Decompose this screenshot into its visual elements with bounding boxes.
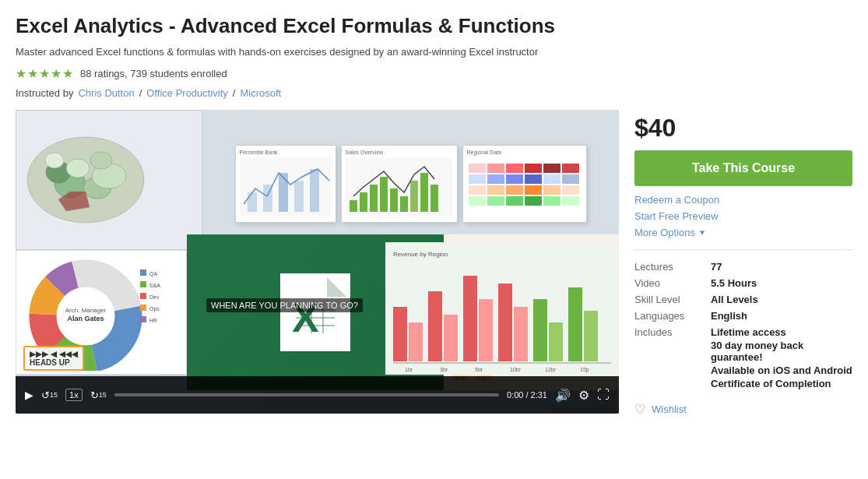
course-info-table: Lectures 77 Video 5.5 Hours Skill Level … — [634, 261, 852, 389]
svg-rect-33 — [469, 174, 486, 184]
svg-point-8 — [90, 152, 112, 169]
svg-rect-13 — [279, 173, 288, 212]
wishlist-button[interactable]: ♡ Wishlist — [634, 402, 852, 417]
svg-rect-43 — [543, 185, 561, 195]
svg-rect-134 — [444, 315, 458, 361]
star-rating: ★★★★★ — [16, 66, 74, 81]
svg-text:S&A: S&A — [149, 283, 160, 288]
map-section — [16, 110, 202, 250]
svg-rect-23 — [410, 181, 418, 212]
skill-value: All Levels — [711, 294, 758, 305]
video-panel: Percentile Bank — [16, 110, 619, 414]
svg-rect-142 — [584, 311, 598, 361]
price-display: $40 — [634, 114, 852, 143]
svg-rect-12 — [263, 185, 272, 212]
start-free-preview-link[interactable]: Start Free Preview — [634, 210, 852, 222]
fullscreen-icon[interactable]: ⛶ — [597, 388, 610, 402]
forward-button[interactable]: ↻15 — [90, 389, 107, 401]
svg-text:HR: HR — [149, 318, 157, 323]
svg-rect-18 — [360, 192, 367, 212]
svg-point-6 — [66, 159, 90, 178]
svg-text:Arch. Manager: Arch. Manager — [65, 307, 107, 314]
svg-rect-28 — [487, 164, 504, 173]
svg-rect-69 — [140, 269, 146, 276]
svg-rect-47 — [506, 196, 523, 206]
svg-rect-50 — [562, 196, 579, 206]
svg-rect-21 — [390, 188, 398, 212]
info-row-skill: Skill Level All Levels — [634, 294, 852, 305]
speed-control[interactable]: 1x — [65, 389, 83, 401]
svg-rect-136 — [479, 299, 493, 361]
include-item-2: 30 day money back guarantee! — [711, 340, 852, 363]
svg-rect-39 — [469, 185, 486, 195]
more-options-link[interactable]: More Options — [634, 227, 695, 238]
ratings-count: 88 ratings, 739 students enrolled — [80, 68, 227, 79]
svg-rect-15 — [310, 169, 319, 212]
svg-rect-48 — [525, 196, 542, 206]
play-button[interactable]: ▶ — [25, 389, 33, 401]
breadcrumb-sub-link[interactable]: Microsoft — [240, 87, 281, 99]
svg-text:QA: QA — [149, 271, 157, 277]
svg-text:1br: 1br — [405, 367, 413, 372]
svg-text:5br: 5br — [475, 367, 483, 372]
lectures-value: 77 — [711, 261, 722, 273]
svg-rect-37 — [543, 174, 561, 184]
svg-rect-20 — [380, 177, 388, 212]
page-title: Excel Analytics - Advanced Excel Formula… — [16, 14, 852, 38]
svg-point-1 — [27, 137, 144, 223]
skill-label: Skill Level — [634, 294, 705, 305]
breadcrumb-separator: / — [139, 87, 142, 99]
settings-icon[interactable]: ⚙ — [578, 388, 589, 403]
svg-rect-133 — [428, 291, 442, 361]
svg-rect-46 — [487, 196, 504, 206]
svg-rect-49 — [543, 196, 561, 206]
svg-rect-73 — [140, 293, 146, 299]
info-row-languages: Languages English — [634, 310, 852, 322]
svg-rect-40 — [487, 185, 504, 195]
languages-value: English — [711, 310, 747, 322]
svg-rect-30 — [525, 164, 542, 173]
svg-text:3br: 3br — [440, 367, 448, 372]
video-value: 5.5 Hours — [711, 277, 757, 289]
divider — [634, 249, 852, 250]
heart-icon: ♡ — [634, 402, 645, 417]
video-controls-bar: ▶ ↺15 1x ↻15 0:00 / 2:31 🔊 ⚙ ⛶ — [16, 376, 619, 414]
lectures-label: Lectures — [634, 261, 705, 273]
svg-rect-75 — [140, 305, 146, 311]
includes-list: Lifetime access 30 day money back guaran… — [711, 326, 852, 389]
svg-rect-25 — [430, 185, 438, 212]
svg-rect-17 — [350, 200, 357, 212]
rewind-button[interactable]: ↺15 — [41, 389, 58, 401]
svg-rect-34 — [487, 174, 504, 184]
svg-text:Dev: Dev — [149, 294, 160, 300]
svg-point-7 — [45, 153, 64, 168]
svg-text:Ops: Ops — [149, 306, 160, 312]
svg-rect-140 — [549, 322, 563, 361]
svg-text:Alan Gates: Alan Gates — [67, 315, 104, 322]
svg-rect-36 — [525, 174, 542, 184]
time-display: 0:00 / 2:31 — [507, 390, 547, 400]
breadcrumb-separator2: / — [233, 87, 236, 99]
svg-rect-45 — [469, 196, 486, 206]
svg-rect-11 — [248, 192, 257, 212]
includes-label: Includes — [634, 326, 705, 389]
info-row-lectures: Lectures 77 — [634, 261, 852, 273]
svg-rect-19 — [370, 185, 378, 212]
svg-rect-38 — [562, 174, 579, 184]
wishlist-label: Wishlist — [652, 403, 687, 415]
volume-icon[interactable]: 🔊 — [555, 388, 571, 403]
svg-rect-35 — [506, 174, 523, 184]
svg-text:10br: 10br — [510, 367, 522, 372]
instructor-label: Instructed by — [16, 87, 73, 99]
take-course-button[interactable]: Take This Course — [634, 150, 852, 186]
include-item-4: Certificate of Completion — [711, 378, 852, 389]
breadcrumb-category-link[interactable]: Office Productivity — [146, 87, 228, 99]
redeem-coupon-link[interactable]: Redeem a Coupon — [634, 194, 852, 206]
svg-marker-52 — [327, 277, 346, 297]
include-item-1: Lifetime access — [711, 326, 852, 338]
info-row-video: Video 5.5 Hours — [634, 277, 852, 289]
svg-rect-29 — [506, 164, 523, 173]
progress-bar[interactable] — [114, 393, 499, 396]
instructor-link[interactable]: Chris Dutton — [78, 87, 134, 99]
svg-rect-32 — [562, 164, 579, 173]
